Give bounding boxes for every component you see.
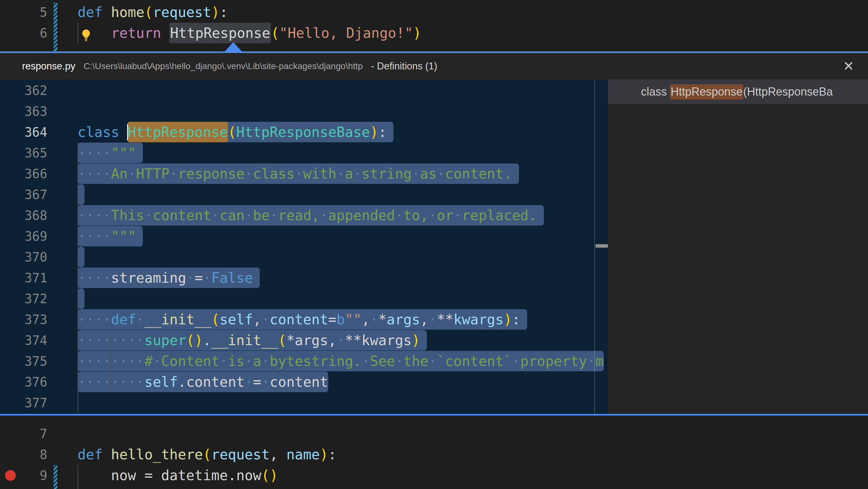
code-text[interactable] [78,80,608,101]
close-icon[interactable]: ✕ [843,60,854,73]
code-token: property [520,353,587,369]
code-text[interactable]: ····An·HTTP·response·class·with·a·string… [78,164,608,184]
code-line[interactable]: 5def home(request): [0,2,868,23]
line-number[interactable]: 7 [40,423,47,444]
code-token: def [78,447,102,462]
line-number[interactable]: 367 [25,184,47,205]
line-number[interactable]: 366 [25,164,47,184]
code-line[interactable]: 362 [0,80,608,101]
code-text[interactable]: ········#·Content·is·a·bytestring.·See·t… [78,351,608,372]
code-text[interactable]: ​ [78,247,608,267]
breakpoint-icon[interactable] [5,470,16,481]
line-number[interactable]: 375 [25,351,47,372]
indent-guide [78,330,78,351]
code-text[interactable]: now = datetime.now() [78,465,868,486]
code-text[interactable]: return HttpResponse("Hello, Django!") [78,23,868,44]
code-text[interactable] [78,101,608,122]
line-number[interactable]: 372 [25,288,47,309]
code-token: request [211,447,270,462]
code-line[interactable]: 371····streaming·=·False [0,267,608,288]
gutter: 373 [0,309,78,330]
code-line[interactable]: 374········super().__init__(*args,·**kwa… [0,330,608,351]
code-text[interactable]: def home(request): [78,2,868,23]
code-text[interactable]: ········super().__init__(*args,·**kwargs… [78,330,608,351]
whitespace-dots: · [245,374,253,390]
line-number[interactable]: 362 [25,80,47,101]
code-text[interactable]: ····def·__init__(self,·content=b"",·*arg… [78,309,608,330]
line-number[interactable]: 8 [40,444,47,465]
line-number[interactable]: 374 [25,330,47,351]
code-line[interactable]: 375········#·Content·is·a·bytestring.·Se… [0,351,608,372]
code-token: ( [203,447,211,462]
code-token: ( [278,332,287,348]
match-highlight: HttpResponse [128,122,228,142]
peek-editor-scrollbar[interactable] [594,80,608,414]
code-token: or [437,207,454,223]
line-number[interactable]: 368 [25,205,47,226]
code-text[interactable]: ····""" [78,226,608,247]
line-number[interactable]: 373 [25,309,47,330]
text-cursor [127,124,128,140]
line-number[interactable]: 363 [25,101,47,122]
code-token: HttpResponse [170,25,270,41]
code-token: , [253,311,261,327]
code-line[interactable]: 373····def·__init__(self,·content=b"",·*… [0,309,608,330]
code-token: **kwargs [345,332,412,348]
whitespace-dots: · [454,207,462,223]
code-token: a [345,166,353,182]
code-line[interactable]: 6 return HttpResponse("Hello, Django!") [0,23,868,44]
code-text[interactable]: def hello_there(request, name): [78,444,868,465]
code-text[interactable]: ········self.content·=·content [78,372,608,393]
selection-highlight: ········self.content·=·content [78,372,328,392]
code-token: string [362,166,412,182]
code-line[interactable]: 9 now = datetime.now() [0,465,868,486]
line-number[interactable]: 377 [25,393,47,413]
code-line[interactable]: 364class HttpResponse(HttpResponseBase): [0,122,608,143]
code-line[interactable]: 365····""" [0,143,608,164]
code-token: super [145,332,186,348]
code-token: replaced. [462,207,537,223]
code-line[interactable]: 369····""" [0,226,608,247]
code-text[interactable] [78,393,608,413]
line-number[interactable]: 369 [25,226,47,247]
code-token: ) [413,25,422,41]
code-line[interactable]: 7 [0,423,868,444]
reference-list-item[interactable]: class HttpResponse(HttpResponseBa [608,80,868,104]
line-number[interactable]: 371 [25,267,47,288]
code-line[interactable]: 377 [0,393,608,413]
line-number[interactable]: 5 [40,2,47,23]
code-text[interactable]: class HttpResponse(HttpResponseBase): [78,122,608,143]
selection-highlight: ········#·Content·is·a·bytestring.·See·t… [78,351,604,371]
code-line[interactable]: 367​ [0,184,608,205]
peek-editor[interactable]: 362363364class HttpResponse(HttpResponse… [0,80,608,414]
code-line[interactable]: 363 [0,101,608,122]
line-number[interactable]: 6 [40,23,47,44]
line-number[interactable]: 370 [25,247,47,267]
whitespace-dots: · [153,353,161,369]
code-token: *args, [286,332,336,348]
indent-guide [78,23,78,44]
code-line[interactable]: 368····This·content·can·be·read,·appende… [0,205,608,226]
code-text[interactable] [78,423,868,444]
line-number[interactable]: 364 [25,122,47,143]
code-token: ( [271,25,279,41]
peek-header[interactable]: response.py C:\Users\luabud\Apps\hello_d… [0,53,868,80]
whitespace-dots: · [169,166,178,182]
code-text[interactable]: ​ [78,288,608,309]
code-line[interactable]: 8def hello_there(request, name): [0,444,868,465]
code-line[interactable]: 376········self.content·=·content [0,372,608,393]
whitespace-dots: · [128,166,136,182]
scrollbar-thumb[interactable] [596,244,608,248]
code-text[interactable]: ​ [78,184,608,205]
code-text[interactable]: ····streaming·=·False [78,267,608,288]
line-number[interactable]: 376 [25,372,47,393]
whitespace-dots: · [412,166,420,182]
code-line[interactable]: 366····An·HTTP·response·class·with·a·str… [0,164,608,184]
code-text[interactable]: ····This·content·can·be·read,·appended·t… [78,205,608,226]
code-text[interactable]: ····""" [78,143,608,164]
line-number[interactable]: 365 [25,143,47,164]
code-line[interactable]: 370​ [0,247,608,267]
line-number[interactable]: 9 [40,465,47,486]
lightbulb-icon[interactable] [80,27,93,40]
code-line[interactable]: 372​ [0,288,608,309]
